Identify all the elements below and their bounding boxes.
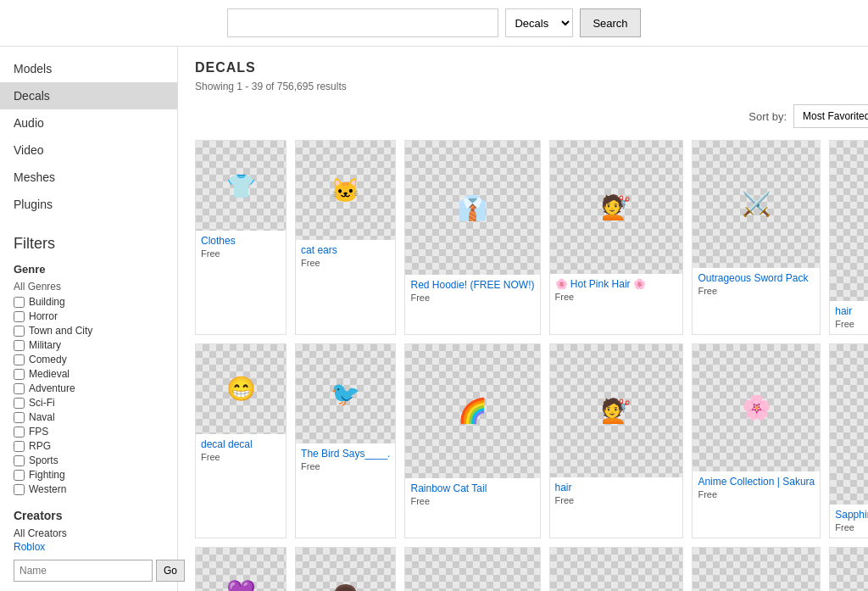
item-price: Free xyxy=(555,292,575,302)
item-price: Free xyxy=(301,461,320,471)
genre-naval-checkbox[interactable] xyxy=(14,412,25,423)
genre-fps-label: FPS xyxy=(29,426,48,438)
genre-building-checkbox[interactable] xyxy=(14,297,25,308)
genre-western[interactable]: Western xyxy=(14,483,164,495)
creators-name-input[interactable] xyxy=(14,560,153,582)
page-layout: Models Decals Audio Video Meshes Plugins… xyxy=(0,47,868,591)
item-info: decal decal Free xyxy=(196,434,286,467)
genre-sports-label: Sports xyxy=(29,454,58,466)
grid-item[interactable]: 🩷 Pink Micky Mouse PJs Free xyxy=(829,547,868,591)
sidebar-item-models[interactable]: Models xyxy=(0,55,177,82)
item-info: Clothes Free xyxy=(196,231,286,264)
grid-item[interactable]: 🐱 cat ears Free xyxy=(295,140,396,335)
item-info: Red Hoodie! (FREE NOW!) Free xyxy=(405,275,539,308)
item-emoji: 💜 xyxy=(226,578,256,591)
grid-item[interactable]: 👱 hair ###### Free xyxy=(404,547,540,591)
genre-military-checkbox[interactable] xyxy=(14,340,25,351)
sidebar-item-meshes[interactable]: Meshes xyxy=(0,164,177,191)
item-thumbnail: 💈 xyxy=(830,141,868,301)
grid-item[interactable]: 🌈 Rainbow Cat Tail Free xyxy=(404,343,540,538)
items-grid: 👕 Clothes Free 🐱 cat ears Free 👔 Red Hoo… xyxy=(195,140,868,591)
genre-comedy-checkbox[interactable] xyxy=(14,354,25,365)
genre-naval[interactable]: Naval xyxy=(14,411,164,423)
genre-town-city[interactable]: Town and City xyxy=(14,325,164,337)
item-name[interactable]: Clothes xyxy=(201,235,281,247)
grid-item[interactable]: 💇 hair Free xyxy=(549,343,684,538)
genre-military[interactable]: Military xyxy=(14,339,164,351)
genre-western-checkbox[interactable] xyxy=(14,484,25,495)
grid-item[interactable]: 👩 hair Free xyxy=(295,547,396,591)
genre-scifi[interactable]: Sci-Fi xyxy=(14,397,164,409)
genre-comedy[interactable]: Comedy xyxy=(14,354,164,365)
item-name[interactable]: Anime Collection | Sakura xyxy=(698,476,815,488)
item-name[interactable]: decal decal xyxy=(201,438,281,450)
item-info: The Bird Says____. Free xyxy=(296,443,395,477)
item-thumbnail: 🪖 xyxy=(693,548,820,591)
grid-item[interactable]: 🎧 Sapphire Encrusted Headphones Free xyxy=(829,343,868,538)
item-emoji: 💇 xyxy=(601,397,631,425)
search-button[interactable]: Search xyxy=(580,8,640,37)
filters-title: Filters xyxy=(14,235,164,253)
genre-fps-checkbox[interactable] xyxy=(14,427,25,438)
item-name[interactable]: Rainbow Cat Tail xyxy=(410,482,534,494)
genre-town-checkbox[interactable] xyxy=(14,326,25,337)
item-name[interactable]: Sapphire Encrusted Headphones xyxy=(835,509,868,521)
item-name[interactable]: cat ears xyxy=(301,244,390,256)
item-name[interactable]: Red Hoodie! (FREE NOW!) xyxy=(410,279,534,291)
item-name[interactable]: hair xyxy=(555,482,678,493)
genre-fighting[interactable]: Fighting xyxy=(14,469,164,481)
results-count: Showing 1 - 39 of 756,695 results xyxy=(195,81,868,92)
grid-item[interactable]: 😬 Shiny Teeth + Golden Pupil Free xyxy=(549,547,684,591)
creators-roblox-link[interactable]: Roblox xyxy=(14,541,164,553)
item-price: Free xyxy=(698,286,717,296)
genre-rpg-checkbox[interactable] xyxy=(14,441,25,452)
genre-medieval-checkbox[interactable] xyxy=(14,369,25,380)
grid-item[interactable]: 🌸 Anime Collection | Sakura Free xyxy=(692,343,821,538)
item-emoji: 🐱 xyxy=(331,176,360,204)
sidebar-item-decals[interactable]: Decals xyxy=(0,82,177,109)
genre-horror-checkbox[interactable] xyxy=(14,311,25,322)
search-input[interactable] xyxy=(227,8,498,37)
sidebar-item-plugins[interactable]: Plugins xyxy=(0,191,177,218)
item-name[interactable]: hair xyxy=(835,305,868,317)
genre-fighting-checkbox[interactable] xyxy=(14,470,25,481)
genre-building[interactable]: Building xyxy=(14,296,164,308)
item-emoji: ⚔️ xyxy=(742,190,771,218)
grid-item[interactable]: 👕 Clothes Free xyxy=(195,140,287,335)
genre-adventure-checkbox[interactable] xyxy=(14,383,25,394)
item-thumbnail: 🌈 xyxy=(405,344,539,478)
genre-fps[interactable]: FPS xyxy=(14,426,164,438)
item-info: Rainbow Cat Tail Free xyxy=(405,478,539,511)
grid-item[interactable]: 🐦 The Bird Says____. Free xyxy=(295,343,396,538)
genre-adventure[interactable]: Adventure xyxy=(14,382,164,394)
item-emoji: 💇 xyxy=(601,193,631,221)
creators-input-row: Go xyxy=(14,560,164,582)
item-name[interactable]: Outrageous Sword Pack xyxy=(698,272,815,284)
grid-item[interactable]: ⚔️ Outrageous Sword Pack Free xyxy=(692,140,821,335)
sort-by-select[interactable]: Most Favorited Relevance Most Taken Rece… xyxy=(793,104,868,128)
grid-item[interactable]: 💜 galaxy hair roblox Free xyxy=(195,547,287,591)
grid-item[interactable]: 🪖 Military Free xyxy=(692,547,821,591)
sidebar-item-audio[interactable]: Audio xyxy=(0,109,177,137)
item-thumbnail: 🐱 xyxy=(296,141,395,240)
grid-item[interactable]: 💈 hair Free xyxy=(829,140,868,335)
genre-rpg[interactable]: RPG xyxy=(14,440,164,452)
item-price: Free xyxy=(201,452,220,462)
genre-sports[interactable]: Sports xyxy=(14,454,164,466)
genre-sports-checkbox[interactable] xyxy=(14,455,25,466)
item-name[interactable]: The Bird Says____. xyxy=(301,448,390,460)
item-emoji: 🌸 xyxy=(742,393,771,421)
category-select[interactable]: Decals Models Audio Video Meshes Plugins xyxy=(505,8,573,37)
filters-section: Filters Genre All Genres Building Horror… xyxy=(0,235,177,495)
genre-scifi-checkbox[interactable] xyxy=(14,398,25,409)
grid-item[interactable]: 😁 decal decal Free xyxy=(195,343,287,538)
item-price: Free xyxy=(835,319,854,329)
item-name[interactable]: 🌸 Hot Pink Hair 🌸 xyxy=(555,278,678,290)
sidebar-item-video[interactable]: Video xyxy=(0,137,177,164)
grid-item[interactable]: 👔 Red Hoodie! (FREE NOW!) Free xyxy=(404,140,540,335)
grid-item[interactable]: 💇 🌸 Hot Pink Hair 🌸 Free xyxy=(549,140,684,335)
header: Decals Models Audio Video Meshes Plugins… xyxy=(0,0,868,47)
genre-medieval[interactable]: Medieval xyxy=(14,368,164,380)
genre-horror[interactable]: Horror xyxy=(14,310,164,322)
item-thumbnail: 💇 xyxy=(550,141,683,274)
